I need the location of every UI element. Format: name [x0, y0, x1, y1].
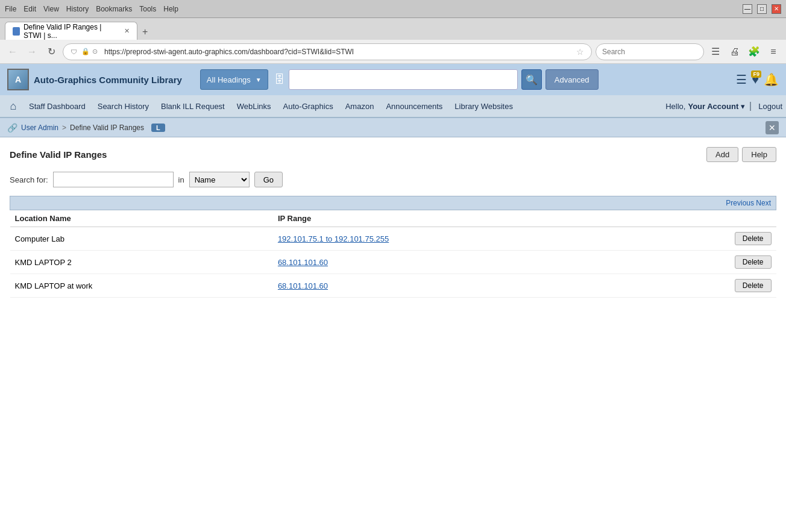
menu-help[interactable]: Help — [163, 5, 178, 13]
page-header: Define Valid IP Ranges Add Help — [10, 147, 776, 162]
back-button[interactable]: ← — [5, 44, 20, 60]
search-icon: 🔍 — [526, 74, 538, 86]
breadcrumb-parent-link[interactable]: User Admin — [21, 124, 58, 132]
tab-title: Define Valid IP Ranges | STWI | s... — [24, 23, 121, 40]
page-close-button[interactable]: ✕ — [766, 121, 779, 134]
account-chevron-icon: ▾ — [741, 102, 745, 111]
maximize-button[interactable]: □ — [757, 4, 767, 14]
browser-toolbar-icons: ☰ 🖨 🧩 ≡ — [708, 44, 781, 60]
delete-button-2[interactable]: Delete — [735, 279, 772, 292]
shield-icon: 🛡 — [71, 48, 79, 56]
nav-blank-ill-request[interactable]: Blank ILL Request — [155, 99, 231, 113]
menu-history[interactable]: History — [66, 5, 89, 13]
logout-link[interactable]: Logout — [758, 102, 782, 111]
window-controls: — □ ✕ — [743, 4, 781, 14]
chevron-down-icon: ▼ — [256, 77, 262, 83]
minimize-button[interactable]: — — [743, 4, 752, 14]
search-in-select[interactable]: Name IP Range — [189, 172, 250, 187]
print-icon[interactable]: 🖨 — [727, 44, 743, 60]
your-account-link[interactable]: Your Account — [688, 102, 738, 111]
firefox-account-icon[interactable]: ☰ — [708, 44, 723, 60]
add-button[interactable]: Add — [706, 147, 738, 162]
menu-view[interactable]: View — [43, 5, 59, 13]
address-bar[interactable]: 🛡 🔒 ⊙ https://preprod-stwi-agent.auto-gr… — [63, 43, 592, 60]
tab-bar: Define Valid IP Ranges | STWI | s... ✕ + — [0, 18, 786, 40]
breadcrumb-bar: 🔗 User Admin > Define Valid IP Ranges L … — [0, 118, 786, 137]
col-location-header: Location Name — [10, 210, 273, 227]
in-label: in — [178, 175, 184, 184]
location-name-cell: KMD LAPTOP 2 — [10, 251, 273, 274]
delete-button-0[interactable]: Delete — [735, 232, 772, 245]
app-header: A Auto-Graphics Community Library All He… — [0, 64, 786, 95]
reload-button[interactable]: ↻ — [43, 44, 59, 60]
ip-range-cell: 68.101.101.60 — [273, 251, 637, 274]
address-security-icons: 🛡 🔒 ⊙ — [71, 48, 101, 56]
extension-icon[interactable]: 🧩 — [746, 44, 762, 60]
actions-cell: Delete — [637, 227, 776, 251]
search-for-input[interactable] — [53, 172, 174, 187]
logout-area: Logout — [750, 102, 782, 111]
ip-range-link[interactable]: 68.101.101.60 — [278, 281, 328, 290]
bookmark-star-icon[interactable]: ☆ — [576, 47, 584, 57]
location-name-cell: Computer Lab — [10, 227, 273, 251]
search-go-button[interactable]: Go — [254, 172, 283, 187]
f9-badge: F9 — [751, 70, 761, 78]
menu-file[interactable]: File — [5, 5, 16, 13]
search-type-label: All Headings — [207, 75, 251, 84]
advanced-search-button[interactable]: Advanced — [545, 69, 599, 90]
active-tab[interactable]: Define Valid IP Ranges | STWI | s... ✕ — [5, 22, 137, 40]
col-ip-header: IP Range — [273, 210, 637, 227]
tab-close-button[interactable]: ✕ — [124, 27, 130, 35]
help-button[interactable]: Help — [742, 147, 776, 162]
search-type-dropdown[interactable]: All Headings ▼ — [200, 69, 268, 90]
list-view-icon[interactable]: ☰ — [736, 72, 747, 87]
table-nav-row: Previous Next — [10, 196, 776, 210]
breadcrumb-current-page: Define Valid IP Ranges — [70, 124, 144, 132]
address-bar-area: ← → ↻ 🛡 🔒 ⊙ https://preprod-stwi-agent.a… — [0, 40, 786, 64]
hello-label: Hello, — [665, 102, 685, 111]
menu-bar: File Edit View History Bookmarks Tools H… — [5, 5, 178, 13]
account-area: Hello, Your Account ▾ — [665, 102, 745, 111]
ip-range-cell: 68.101.101.60 — [273, 274, 637, 298]
notifications-icon[interactable]: 🔔 — [764, 72, 779, 87]
menu-edit[interactable]: Edit — [24, 5, 36, 13]
col-actions-header — [637, 210, 776, 227]
ip-range-link[interactable]: 68.101.101.60 — [278, 258, 328, 267]
app-navbar: ⌂ Staff Dashboard Search History Blank I… — [0, 95, 786, 118]
browser-search-input[interactable] — [596, 43, 704, 60]
close-button[interactable]: ✕ — [772, 4, 781, 14]
actions-cell: Delete — [637, 251, 776, 274]
search-go-button[interactable]: 🔍 — [521, 69, 542, 90]
forward-button[interactable]: → — [24, 44, 40, 60]
app-logo-area: A Auto-Graphics Community Library — [7, 69, 182, 90]
menu-tools[interactable]: Tools — [139, 5, 156, 13]
ip-range-link[interactable]: 192.101.75.1 to 192.101.75.255 — [278, 234, 389, 243]
nav-weblinks[interactable]: WebLinks — [231, 99, 277, 113]
address-text: https://preprod-stwi-agent.auto-graphics… — [104, 48, 576, 56]
menu-icon[interactable]: ≡ — [766, 44, 781, 60]
nav-announcements[interactable]: Announcements — [380, 99, 448, 113]
table-row: Computer Lab 192.101.75.1 to 192.101.75.… — [10, 227, 776, 251]
proxy-icon: ⊙ — [92, 48, 101, 56]
page-actions: Add Help — [706, 147, 776, 162]
nav-auto-graphics[interactable]: Auto-Graphics — [277, 99, 339, 113]
breadcrumb-icon: 🔗 — [7, 123, 17, 133]
ip-range-cell: 192.101.75.1 to 192.101.75.255 — [273, 227, 637, 251]
app-title: Auto-Graphics Community Library — [34, 75, 182, 85]
delete-button-1[interactable]: Delete — [735, 255, 772, 269]
database-icon[interactable]: 🗄 — [274, 74, 285, 86]
nav-amazon[interactable]: Amazon — [339, 99, 380, 113]
actions-cell: Delete — [637, 274, 776, 298]
search-area: All Headings ▼ 🗄 🔍 Advanced — [200, 69, 730, 90]
nav-staff-dashboard[interactable]: Staff Dashboard — [23, 99, 92, 113]
home-button[interactable]: ⌂ — [4, 96, 23, 116]
nav-search-history[interactable]: Search History — [92, 99, 155, 113]
browser-titlebar: File Edit View History Bookmarks Tools H… — [0, 0, 786, 18]
favorites-icon[interactable]: ♥ F9 — [752, 73, 759, 87]
pagination-nav[interactable]: Previous Next — [726, 199, 771, 207]
main-search-input[interactable] — [289, 69, 518, 90]
nav-library-websites[interactable]: Library Websites — [448, 99, 519, 113]
new-tab-button[interactable]: + — [137, 24, 152, 40]
breadcrumb-badge: L — [151, 124, 165, 132]
menu-bookmarks[interactable]: Bookmarks — [96, 5, 132, 13]
